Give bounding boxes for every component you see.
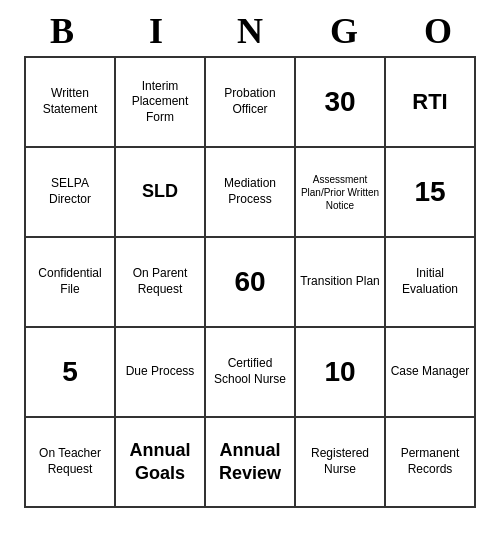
bingo-cell: 30 <box>296 58 386 148</box>
bingo-cell: Certified School Nurse <box>206 328 296 418</box>
bingo-cell: Written Statement <box>26 58 116 148</box>
bingo-cell: SLD <box>116 148 206 238</box>
bingo-cell: Case Manager <box>386 328 476 418</box>
bingo-letter: O <box>393 10 483 52</box>
bingo-letter: N <box>205 10 295 52</box>
bingo-cell: Permanent Records <box>386 418 476 508</box>
bingo-cell: Initial Evaluation <box>386 238 476 328</box>
bingo-letter: I <box>111 10 201 52</box>
bingo-grid: Written StatementInterim Placement FormP… <box>24 56 476 508</box>
bingo-cell: Assessment Plan/Prior Written Notice <box>296 148 386 238</box>
bingo-cell: Probation Officer <box>206 58 296 148</box>
bingo-cell: On Teacher Request <box>26 418 116 508</box>
bingo-cell: Mediation Process <box>206 148 296 238</box>
bingo-cell: Confidential File <box>26 238 116 328</box>
bingo-cell: Due Process <box>116 328 206 418</box>
bingo-cell: 60 <box>206 238 296 328</box>
bingo-cell: 5 <box>26 328 116 418</box>
bingo-cell: 15 <box>386 148 476 238</box>
bingo-cell: Annual Goals <box>116 418 206 508</box>
bingo-cell: On Parent Request <box>116 238 206 328</box>
bingo-cell: RTI <box>386 58 476 148</box>
bingo-cell: Transition Plan <box>296 238 386 328</box>
bingo-cell: Interim Placement Form <box>116 58 206 148</box>
bingo-cell: 10 <box>296 328 386 418</box>
bingo-letter: B <box>17 10 107 52</box>
bingo-cell: SELPA Director <box>26 148 116 238</box>
bingo-letter: G <box>299 10 389 52</box>
bingo-cell: Registered Nurse <box>296 418 386 508</box>
bingo-cell: Annual Review <box>206 418 296 508</box>
bingo-header: BINGO <box>15 10 485 52</box>
